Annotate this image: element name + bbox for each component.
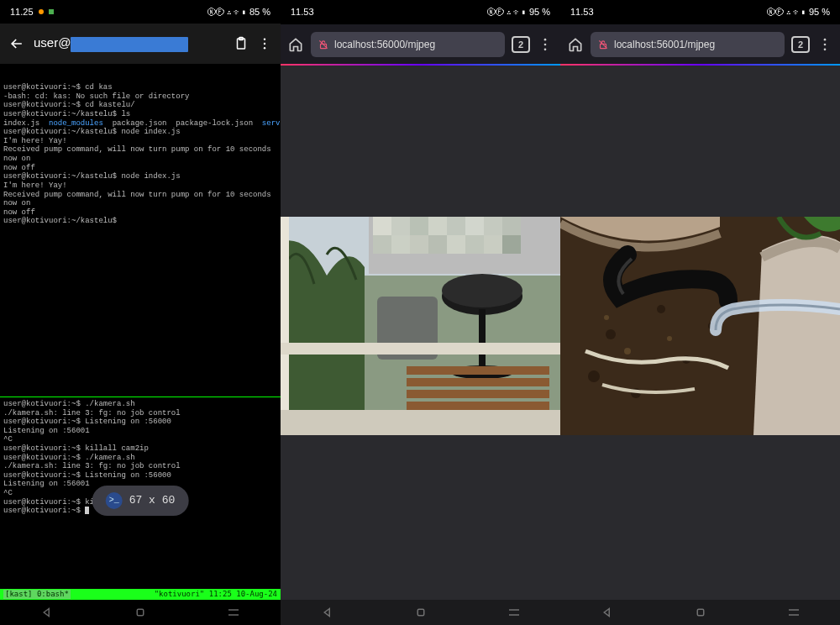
svg-point-2 [264, 39, 265, 40]
notif-dot-icon [49, 9, 54, 14]
browser-toolbar: localhost:56000/mjpeg 2 [281, 24, 560, 64]
svg-point-8 [544, 43, 547, 45]
nav-home-icon[interactable] [413, 605, 428, 620]
more-icon[interactable] [537, 36, 554, 53]
svg-rect-5 [137, 609, 144, 616]
svg-point-7 [544, 38, 547, 40]
status-bar: 11.25 ⓃⒻ ⁂ ᯤ▮ 85 % [0, 0, 281, 24]
phone-browser-cam2: 11.53 ⓃⒻ ⁂ ᯤ▮ 95 % localhost:56001/mjpeg… [560, 0, 840, 625]
svg-rect-40 [281, 410, 560, 435]
url-bar[interactable]: localhost:56001/mjpeg [591, 32, 785, 57]
svg-rect-28 [502, 235, 521, 254]
insecure-lock-icon [597, 39, 609, 50]
terminal-dimensions: 67 x 60 [129, 494, 176, 507]
clock: 11.53 [291, 7, 314, 17]
svg-rect-35 [407, 378, 549, 386]
svg-rect-13 [373, 217, 391, 235]
svg-rect-22 [391, 235, 410, 254]
browser-viewport[interactable] [560, 66, 840, 600]
url-text: localhost:56000/mjpeg [334, 39, 435, 50]
svg-point-54 [667, 336, 672, 341]
status-icons: ⓃⒻ ⁂ ᯤ▮ [207, 8, 246, 17]
svg-rect-38 [281, 217, 289, 435]
clock: 11.53 [570, 7, 594, 17]
redacted-host [71, 37, 188, 52]
svg-rect-27 [484, 235, 502, 254]
nav-recent-icon[interactable] [226, 605, 241, 620]
svg-point-30 [442, 274, 522, 307]
nav-home-icon[interactable] [133, 605, 148, 620]
android-navbar [281, 600, 560, 625]
home-icon[interactable] [287, 36, 304, 53]
battery-text: 95 % [809, 7, 830, 17]
svg-point-47 [606, 329, 616, 339]
nav-recent-icon[interactable] [786, 605, 801, 620]
nav-back-icon[interactable] [39, 605, 55, 620]
tmux-left: [kast] 0:bash* [3, 590, 71, 599]
svg-rect-34 [407, 366, 549, 375]
svg-point-49 [588, 370, 600, 382]
status-bar: 11.53 ⓃⒻ ⁂ ᯤ▮ 95 % [560, 0, 840, 24]
more-icon[interactable] [816, 36, 833, 53]
clock: 11.25 [10, 7, 34, 17]
session-title: user@ [34, 35, 188, 51]
terminal-body[interactable]: user@kotivuori:~$ cd kas-bash: cd: kas: … [0, 64, 281, 600]
svg-rect-17 [447, 217, 465, 235]
prompt-icon: >_ [106, 492, 123, 509]
svg-point-44 [824, 43, 827, 45]
status-bar: 11.53 ⓃⒻ ⁂ ᯤ▮ 95 % [281, 0, 560, 24]
notif-dot-icon [39, 9, 44, 14]
terminal-header: user@ [0, 24, 281, 64]
battery-text: 85 % [249, 7, 270, 17]
tmux-right: "kotivuori" 11:25 10-Aug-24 [155, 590, 277, 599]
back-icon[interactable] [8, 35, 25, 52]
svg-point-55 [604, 315, 609, 320]
phone-browser-cam1: 11.53 ⓃⒻ ⁂ ᯤ▮ 95 % localhost:56000/mjpeg… [281, 0, 560, 625]
clipboard-icon[interactable] [234, 36, 249, 51]
tab-count[interactable]: 2 [791, 36, 810, 53]
phone-terminal: 11.25 ⓃⒻ ⁂ ᯤ▮ 85 % user@ user@kotivuori:… [0, 0, 281, 625]
svg-rect-19 [484, 217, 502, 235]
svg-point-48 [657, 305, 665, 313]
nav-back-icon[interactable] [320, 605, 335, 620]
svg-rect-14 [391, 217, 410, 235]
pane-divider [0, 397, 281, 397]
svg-rect-23 [410, 235, 428, 254]
svg-point-53 [624, 348, 631, 355]
svg-rect-25 [447, 235, 465, 254]
mjpeg-stream-image [560, 217, 840, 435]
svg-rect-31 [479, 309, 486, 368]
svg-rect-26 [465, 235, 484, 254]
svg-rect-39 [281, 343, 560, 355]
svg-rect-20 [502, 217, 521, 235]
svg-rect-36 [407, 390, 549, 398]
svg-point-4 [264, 47, 265, 49]
more-icon[interactable] [257, 36, 272, 51]
svg-rect-15 [410, 217, 428, 235]
svg-point-43 [824, 38, 827, 40]
terminal-pane-upper: user@kotivuori:~$ cd kas-bash: cd: kas: … [3, 83, 277, 226]
nav-recent-icon[interactable] [507, 605, 522, 620]
svg-rect-21 [373, 235, 391, 254]
url-bar[interactable]: localhost:56000/mjpeg [311, 32, 505, 57]
svg-rect-37 [407, 402, 549, 410]
svg-rect-16 [428, 217, 447, 235]
home-icon[interactable] [567, 36, 584, 53]
browser-viewport[interactable] [281, 66, 560, 600]
svg-rect-56 [697, 609, 704, 616]
nav-back-icon[interactable] [600, 605, 615, 620]
battery-text: 95 % [529, 7, 550, 17]
android-navbar [0, 600, 281, 625]
svg-point-3 [264, 43, 265, 45]
tmux-status-bar: [kast] 0:bash* "kotivuori" 11:25 10-Aug-… [0, 589, 281, 600]
nav-home-icon[interactable] [693, 605, 708, 620]
svg-point-9 [544, 48, 547, 50]
status-icons: ⓃⒻ ⁂ ᯤ▮ [487, 8, 526, 17]
svg-rect-18 [465, 217, 484, 235]
tab-count[interactable]: 2 [512, 36, 530, 53]
android-navbar [560, 600, 840, 625]
insecure-lock-icon [318, 39, 329, 50]
svg-point-45 [824, 48, 827, 50]
terminal-size-pill: >_ 67 x 60 [92, 486, 189, 516]
status-icons: ⓃⒻ ⁂ ᯤ▮ [767, 8, 806, 17]
